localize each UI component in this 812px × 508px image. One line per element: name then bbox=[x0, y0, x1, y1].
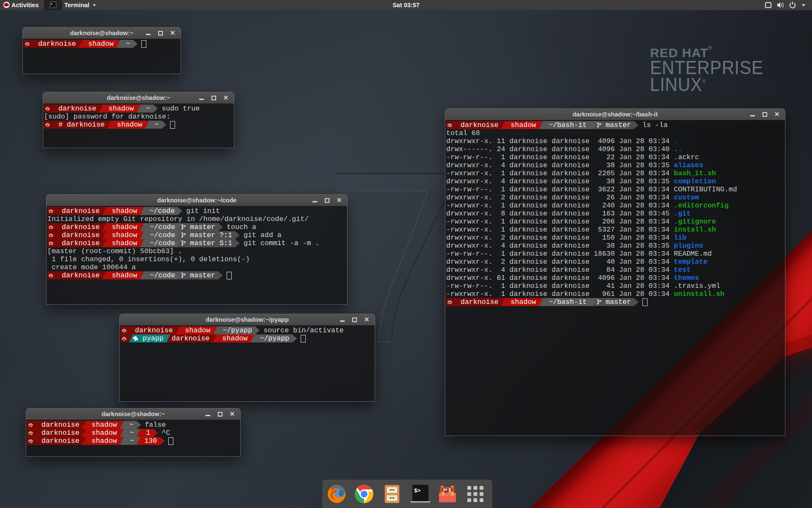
svg-text:$>: $> bbox=[414, 488, 421, 494]
